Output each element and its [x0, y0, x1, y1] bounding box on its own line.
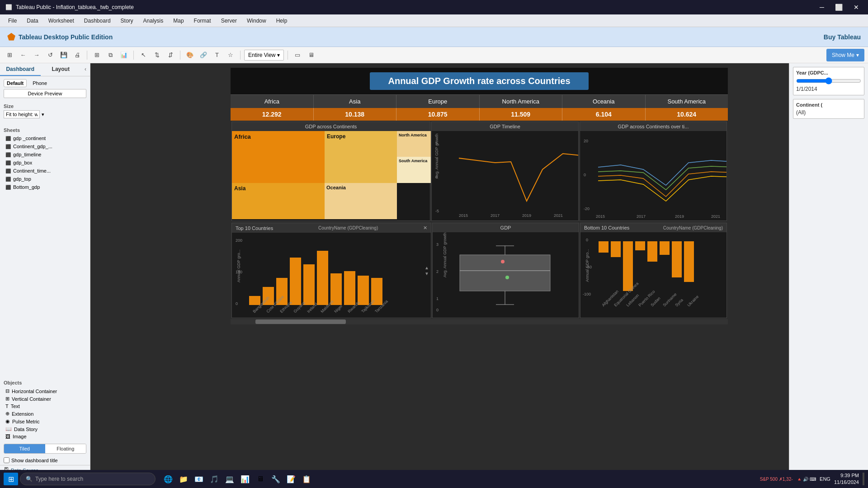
buy-tableau-btn[interactable]: Buy Tableau — [824, 33, 861, 41]
sheet-gdp-top[interactable]: ⬛ gdp_top — [4, 175, 86, 183]
minimize-btn[interactable]: ─ — [816, 4, 828, 11]
toolbar-copy-icon[interactable]: ⧉ — [104, 50, 116, 61]
treemap-north-america[interactable]: North America — [397, 131, 431, 157]
scroll-arrows[interactable]: ▲ ▼ — [425, 265, 429, 276]
obj-horizontal[interactable]: ⊟ Horizontal Container — [4, 387, 86, 395]
toolbar-link-icon[interactable]: 🔗 — [198, 50, 209, 61]
show-desktop-btn[interactable] — [863, 473, 864, 485]
obj-data-story[interactable]: 📖 Data Story — [4, 425, 86, 433]
obj-pulse[interactable]: ◉ Pulse Metric — [4, 418, 86, 425]
toolbar-undo-btn[interactable]: ↺ — [44, 50, 56, 61]
taskbar-app-10[interactable]: 📋 — [299, 472, 314, 486]
menu-server[interactable]: Server — [217, 17, 241, 25]
gdp-box-chart[interactable]: GDP 3 2 1 0 — [432, 223, 579, 318]
taskbar-app-3[interactable]: 📧 — [192, 472, 206, 486]
toolbar-cursor-icon[interactable]: ↖ — [137, 50, 149, 61]
year-filter-box[interactable]: Year (GDPC... 1/1/2014 — [793, 67, 864, 95]
tray-time[interactable]: 9:39 PM 11/16/2024 — [834, 472, 859, 486]
tab-dashboard[interactable]: Dashboard — [0, 63, 41, 76]
toolbar-sort-asc-icon[interactable]: ⇅ — [151, 50, 163, 61]
show-dashboard-checkbox[interactable] — [4, 457, 9, 463]
toolbar-print-btn[interactable]: 🖨 — [71, 50, 83, 61]
obj-extension[interactable]: ⊕ Extension — [4, 410, 86, 418]
sheet-gdp-box[interactable]: ⬛ gdp_box — [4, 159, 86, 167]
h-scrollbar-thumb[interactable] — [255, 319, 346, 324]
menu-dashboard[interactable]: Dashboard — [80, 17, 115, 25]
sheet-gdp-continent[interactable]: ⬛ gdp _continent — [4, 134, 86, 142]
year-slider[interactable] — [796, 77, 861, 84]
menu-map[interactable]: Map — [169, 17, 188, 25]
close-btn[interactable]: ✕ — [850, 4, 863, 11]
menu-analysis[interactable]: Analysis — [139, 17, 168, 25]
h-scrollbar[interactable] — [231, 319, 728, 324]
continent-tab-oceania[interactable]: Oceania — [562, 95, 646, 108]
view-dropdown[interactable]: Entire View ▾ — [244, 50, 284, 61]
toolbar-star-icon[interactable]: ☆ — [225, 50, 236, 61]
toolbar-table-icon[interactable]: ⊞ — [91, 50, 103, 61]
treemap-africa[interactable]: Africa — [232, 131, 325, 183]
continent-tab-northamerica[interactable]: North America — [480, 95, 563, 108]
menu-window[interactable]: Window — [242, 17, 271, 25]
obj-text[interactable]: T Text — [4, 403, 86, 410]
taskbar-search[interactable]: 🔍 Type here to search — [20, 473, 156, 485]
treemap-south-america[interactable]: South America — [397, 157, 431, 183]
continent-tab-asia[interactable]: Asia — [314, 95, 397, 108]
gdp-continents-chart[interactable]: GDP across Continents Africa Europe Nort… — [231, 122, 430, 221]
continent-tab-europe[interactable]: Europe — [396, 95, 480, 108]
menu-format[interactable]: Format — [189, 17, 216, 25]
taskbar-app-6[interactable]: 📊 — [238, 472, 252, 486]
gdp-timeline-chart[interactable]: GDP Timeline 5 0 -5 2015 2017 2019 2021 … — [431, 122, 579, 221]
taskbar-app-1[interactable]: 🌐 — [161, 472, 175, 486]
toolbar-save-btn[interactable]: 💾 — [58, 50, 70, 61]
taskbar-app-8[interactable]: 🔧 — [269, 472, 283, 486]
obj-image[interactable]: 🖼 Image — [4, 433, 86, 440]
maximize-btn[interactable]: ⬜ — [831, 4, 846, 11]
menu-file[interactable]: File — [4, 17, 21, 25]
menu-help[interactable]: Help — [272, 17, 292, 25]
toolbar-paint-icon[interactable]: 🎨 — [184, 50, 196, 61]
taskbar-app-9[interactable]: 📝 — [284, 472, 298, 486]
toolbar-back-btn[interactable]: ← — [17, 50, 29, 61]
sheet-continent-time[interactable]: ⬛ Continent_time... — [4, 167, 86, 175]
show-me-button[interactable]: Show Me ▾ — [826, 49, 864, 61]
taskbar-app-4[interactable]: 🎵 — [207, 472, 222, 486]
area-line-europe — [598, 172, 726, 197]
treemap-oceania[interactable]: Oceania — [325, 183, 397, 219]
toolbar-forward-btn[interactable]: → — [31, 50, 42, 61]
size-dropdown-arrow[interactable]: ▾ — [42, 112, 44, 117]
sheet-gdp-timeline[interactable]: ⬛ gdp_timeline — [4, 150, 86, 159]
obj-vertical[interactable]: ⊞ Vertical Container — [4, 395, 86, 403]
taskbar-app-5[interactable]: 💻 — [222, 472, 237, 486]
floating-btn[interactable]: Floating — [45, 444, 86, 453]
top10-chart[interactable]: Top 10 Countries CountryName (GDPCleanin… — [231, 223, 431, 318]
treemap-asia[interactable]: Asia — [232, 183, 325, 219]
sheet-bottom-gdp[interactable]: ⬛ Bottom_gdp — [4, 183, 86, 191]
toolbar-chart-icon[interactable]: 📊 — [118, 50, 130, 61]
toolbar-bar-icon[interactable]: ▭ — [292, 50, 303, 61]
continent-tab-africa[interactable]: Africa — [231, 95, 314, 108]
phone-device-btn[interactable]: Phone — [29, 79, 50, 87]
taskbar-app-7[interactable]: 🖥 — [253, 472, 268, 486]
toolbar-screen-icon[interactable]: 🖥 — [305, 50, 317, 61]
menu-data[interactable]: Data — [22, 17, 42, 25]
device-preview-button[interactable]: Device Preview — [4, 89, 86, 98]
default-device-btn[interactable]: Default — [4, 79, 27, 87]
treemap-europe[interactable]: Europe — [325, 131, 397, 183]
continent-tab-southamerica[interactable]: South America — [646, 95, 728, 108]
top10-close-icon[interactable]: ✕ — [423, 225, 427, 231]
menu-story[interactable]: Story — [116, 17, 138, 25]
panel-collapse-icon[interactable]: ‹ — [81, 63, 90, 76]
tab-layout[interactable]: Layout — [41, 63, 81, 76]
toolbar-grid-icon[interactable]: ⊞ — [4, 50, 15, 61]
size-input[interactable] — [4, 110, 40, 118]
bottom10-chart[interactable]: Bottom 10 Countries CountryName (GDPClea… — [580, 223, 727, 318]
start-button[interactable]: ⊞ — [4, 473, 18, 485]
taskbar-app-2[interactable]: 📁 — [176, 472, 191, 486]
tiled-btn[interactable]: Tiled — [4, 444, 45, 453]
gdp-over-time-chart[interactable]: GDP across Continents over ti... 20 0 -2… — [580, 122, 727, 221]
menu-worksheet[interactable]: Worksheet — [44, 17, 79, 25]
sheet-continent-gdp[interactable]: ⬛ Continent_gdp_... — [4, 142, 86, 150]
toolbar-sort-desc-icon[interactable]: ⇵ — [165, 50, 176, 61]
toolbar-text-icon[interactable]: T — [211, 50, 223, 61]
continent-filter-box[interactable]: Continent ( (All) — [793, 99, 864, 119]
